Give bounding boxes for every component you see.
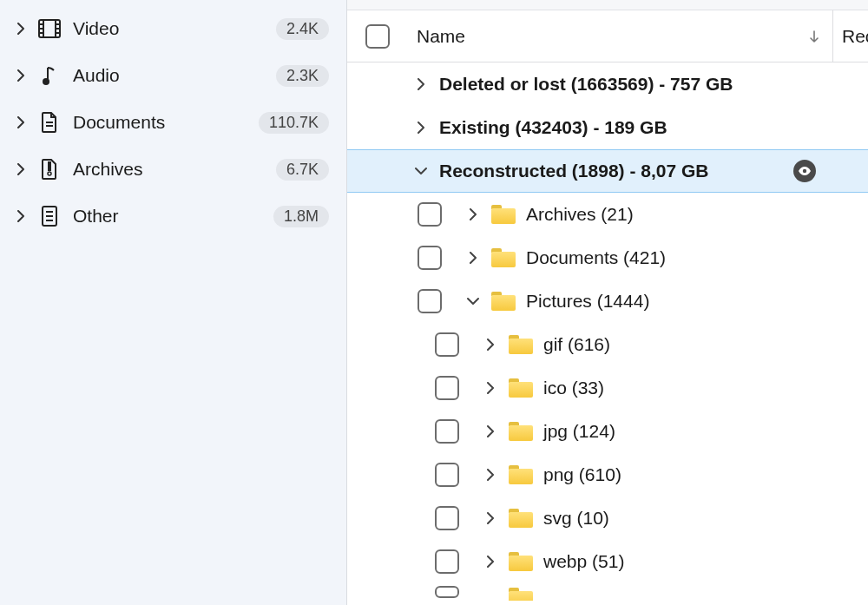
chevron-right-icon[interactable] xyxy=(477,512,503,524)
checkbox-cell[interactable] xyxy=(399,289,460,313)
tree-folder-png[interactable]: png (610) xyxy=(347,453,868,496)
preview-eye-icon[interactable] xyxy=(793,160,816,182)
sidebar-item-documents[interactable]: Documents 110.7K xyxy=(0,99,346,146)
checkbox-cell[interactable] xyxy=(417,463,477,487)
sidebar-item-other[interactable]: Other 1.8M xyxy=(0,193,346,240)
tree-row-label: gif (616) xyxy=(538,334,610,355)
sidebar-item-label: Video xyxy=(73,18,276,39)
svg-point-18 xyxy=(803,169,806,173)
sidebar-item-label: Documents xyxy=(73,112,259,133)
chevron-right-icon xyxy=(12,69,30,82)
tree-folder-ico[interactable]: ico (33) xyxy=(347,366,868,410)
sidebar-item-audio[interactable]: Audio 2.3K xyxy=(0,52,346,99)
tree-folder-archives[interactable]: Archives (21) xyxy=(347,193,868,236)
checkbox-cell[interactable] xyxy=(417,506,477,530)
select-all-checkbox[interactable] xyxy=(365,24,390,49)
folder-icon xyxy=(503,552,538,571)
checkbox-cell[interactable] xyxy=(417,586,477,598)
tree-row-label: png (610) xyxy=(538,464,621,485)
tree-folder-webp[interactable]: webp (51) xyxy=(347,540,868,583)
row-checkbox[interactable] xyxy=(435,376,459,400)
column-header-second[interactable]: Rec xyxy=(833,26,868,47)
checkbox-cell[interactable] xyxy=(417,549,477,574)
tree-folder-jpg[interactable]: jpg (124) xyxy=(347,410,868,453)
sidebar-item-count: 110.7K xyxy=(259,112,329,134)
chevron-down-icon[interactable] xyxy=(460,297,486,306)
checkbox-cell[interactable] xyxy=(417,376,477,400)
checkbox-cell[interactable] xyxy=(417,419,477,444)
film-icon xyxy=(35,19,64,38)
sidebar-item-count: 2.4K xyxy=(276,18,329,40)
chevron-right-icon xyxy=(12,210,30,222)
header-checkbox-cell[interactable] xyxy=(347,24,408,49)
chevron-right-icon[interactable] xyxy=(477,556,503,568)
archive-icon xyxy=(35,159,64,180)
tree-row-label: Documents (421) xyxy=(521,247,666,268)
chevron-right-icon[interactable] xyxy=(477,469,503,481)
svg-point-8 xyxy=(43,78,49,85)
tree-folder-svg[interactable]: svg (10) xyxy=(347,496,868,540)
chevron-right-icon xyxy=(12,23,30,35)
tree-row-label: jpg (124) xyxy=(538,421,615,442)
checkbox-cell[interactable] xyxy=(399,202,460,227)
chevron-right-icon[interactable] xyxy=(477,425,503,437)
chevron-right-icon[interactable] xyxy=(477,382,503,394)
tree-group-existing[interactable]: Existing (432403) - 189 GB xyxy=(347,106,868,149)
column-header-name[interactable]: Name xyxy=(408,10,833,62)
tree-folder-gif[interactable]: gif (616) xyxy=(347,323,868,366)
chevron-right-icon[interactable] xyxy=(477,339,503,351)
tree-row-label: svg (10) xyxy=(538,508,609,529)
tree-folder-partial[interactable] xyxy=(347,583,868,601)
tree-row-label: webp (51) xyxy=(538,551,624,572)
row-checkbox[interactable] xyxy=(435,419,459,444)
tree-row-label: ico (33) xyxy=(538,378,604,398)
file-tree: Deleted or lost (1663569) - 757 GB Exist… xyxy=(347,62,868,605)
sidebar-item-label: Audio xyxy=(73,65,276,86)
music-icon xyxy=(35,65,64,86)
tree-folder-pictures[interactable]: Pictures (1444) xyxy=(347,279,868,323)
folder-icon xyxy=(503,509,538,528)
chevron-right-icon[interactable] xyxy=(460,252,486,264)
tree-row-label: Reconstructed (1898) - 8,07 GB xyxy=(434,161,708,181)
chevron-right-icon[interactable] xyxy=(408,78,434,90)
tree-row-label: Deleted or lost (1663569) - 757 GB xyxy=(434,74,733,95)
folder-icon xyxy=(503,465,538,484)
other-icon xyxy=(35,206,64,227)
sidebar-item-archives[interactable]: Archives 6.7K xyxy=(0,146,346,193)
tree-group-reconstructed[interactable]: Reconstructed (1898) - 8,07 GB xyxy=(347,149,868,193)
folder-icon xyxy=(503,378,538,398)
sidebar-item-video[interactable]: Video 2.4K xyxy=(0,5,346,52)
folder-icon xyxy=(486,205,521,224)
sidebar-item-label: Archives xyxy=(73,159,276,180)
tree-row-label: Pictures (1444) xyxy=(521,291,649,312)
row-checkbox[interactable] xyxy=(435,332,459,357)
checkbox-cell[interactable] xyxy=(417,332,477,357)
row-checkbox[interactable] xyxy=(418,202,442,227)
row-checkbox[interactable] xyxy=(435,506,459,530)
tree-group-deleted[interactable]: Deleted or lost (1663569) - 757 GB xyxy=(347,62,868,106)
sidebar-item-count: 1.8M xyxy=(273,206,329,227)
chevron-right-icon[interactable] xyxy=(460,208,486,220)
tree-row-label: Archives (21) xyxy=(521,204,634,225)
row-checkbox[interactable] xyxy=(418,289,442,313)
sidebar-item-count: 2.3K xyxy=(276,65,329,87)
folder-icon xyxy=(503,335,538,354)
folder-icon xyxy=(486,292,521,311)
tree-row-label: Existing (432403) - 189 GB xyxy=(434,117,667,138)
sidebar-item-count: 6.7K xyxy=(276,159,329,181)
chevron-down-icon[interactable] xyxy=(408,167,434,175)
row-checkbox[interactable] xyxy=(418,246,442,270)
main-panel: Name Rec Deleted or lost (1663569) - 757… xyxy=(347,0,868,605)
toolbar-strip xyxy=(347,0,868,10)
row-checkbox[interactable] xyxy=(435,586,459,598)
sort-arrow-icon xyxy=(808,30,820,43)
column-header-row: Name Rec xyxy=(347,10,868,62)
chevron-right-icon[interactable] xyxy=(408,122,434,134)
tree-folder-documents[interactable]: Documents (421) xyxy=(347,236,868,279)
sidebar: Video 2.4K Audio 2.3K Documents 110.7K A… xyxy=(0,0,347,605)
checkbox-cell[interactable] xyxy=(399,246,460,270)
sidebar-item-label: Other xyxy=(73,206,273,227)
document-icon xyxy=(35,112,64,133)
row-checkbox[interactable] xyxy=(435,549,459,574)
row-checkbox[interactable] xyxy=(435,463,459,487)
